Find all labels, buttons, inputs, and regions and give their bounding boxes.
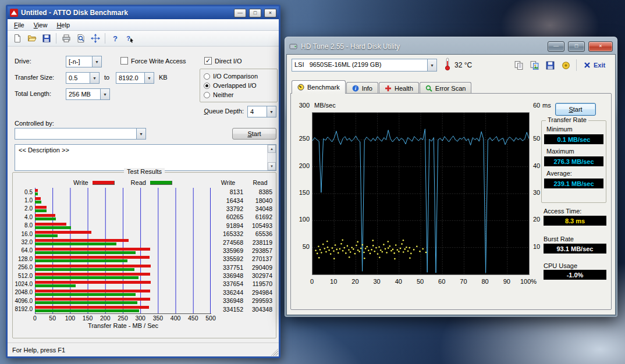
controlled-by-combobox[interactable]: ▼ (15, 128, 146, 140)
exit-button[interactable]: Exit (581, 59, 608, 71)
access-time-dot (388, 241, 389, 242)
hdtune-app-icon (289, 42, 297, 51)
menu-item-help[interactable]: Help (52, 20, 74, 30)
x-tick: 10 (330, 278, 337, 285)
minimize-button[interactable]: — (548, 41, 564, 52)
read-column-header: Read (246, 179, 275, 186)
hdtune-start-button[interactable]: Start (555, 103, 596, 116)
maximize-button[interactable]: □ (568, 41, 585, 52)
access-time-dot (374, 251, 376, 252)
transfer-size-from-value: 0.5 (66, 73, 90, 83)
access-time-dot (324, 248, 326, 249)
atto-category-label: 128.0 (13, 256, 35, 262)
about-button[interactable]: ? (108, 32, 122, 45)
tab-benchmark[interactable]: Benchmark (292, 80, 346, 94)
scroll-up-icon[interactable]: ▲ (268, 145, 276, 153)
transfer-size-to-combobox[interactable]: 8192.0 ▼ (116, 72, 154, 84)
chevron-down-icon[interactable]: ▼ (100, 89, 109, 99)
hdtune-titlebar[interactable]: HD Tune 2.55 - Hard Disk Utility — □ × (286, 38, 616, 54)
access-time-dot (379, 257, 381, 259)
maximize-button[interactable]: □ (249, 9, 261, 17)
transfer-rate-group: Transfer Rate Minimum 0.1 MB/sec Maximum… (541, 120, 606, 203)
hdtune-window: HD Tune 2.55 - Hard Disk Utility — □ × L… (285, 37, 617, 317)
transfer-size-from-combobox[interactable]: 0.5 ▼ (66, 72, 100, 84)
new-file-button[interactable] (10, 32, 24, 45)
atto-write-value: 335592 (211, 255, 246, 262)
queue-depth-combobox[interactable]: 4 ▼ (247, 106, 276, 117)
move-button[interactable] (88, 32, 102, 45)
atto-result-row: 8192.0334152304348 (13, 305, 276, 313)
chevron-down-icon[interactable]: ▼ (92, 56, 101, 67)
save-button[interactable] (40, 32, 53, 45)
close-button[interactable]: × (264, 9, 276, 17)
overlapped-io-radio[interactable] (204, 83, 210, 89)
help-icon: ? (111, 34, 120, 43)
io-comparison-option[interactable]: I/O Comparison (204, 72, 274, 81)
hdt-cpu-value: -1.0% (544, 270, 606, 280)
io-comparison-radio[interactable] (204, 73, 210, 80)
svg-text:?: ? (126, 35, 130, 42)
access-time-dot (404, 248, 406, 250)
options-button[interactable] (559, 58, 573, 72)
chevron-down-icon[interactable]: ▼ (136, 129, 145, 139)
tab-bar: Benchmark i Info Health Error Scan (292, 80, 471, 94)
force-write-access-checkbox[interactable] (120, 57, 128, 65)
copy-text-button[interactable] (512, 58, 525, 72)
chevron-down-icon[interactable]: ▼ (267, 106, 276, 117)
atto-read-value: 8385 (246, 188, 275, 195)
atto-titlebar[interactable]: Untitled - ATTO Disk Benchmark — □ × (8, 6, 279, 19)
tab-health[interactable]: Health (379, 82, 419, 94)
atto-x-tick: 450 (188, 315, 198, 322)
access-time-dot (345, 252, 347, 254)
copy-image-button[interactable] (527, 58, 541, 72)
context-help-button[interactable]: ? (123, 32, 136, 45)
thermometer-icon (444, 57, 451, 72)
atto-bar-area (35, 205, 211, 213)
close-button[interactable]: × (588, 41, 613, 52)
access-time-dot (366, 246, 368, 248)
access-time-dot (394, 258, 396, 260)
access-time-dot (425, 252, 427, 254)
scroll-down-icon[interactable]: ▼ (268, 162, 276, 170)
hdt-avg-value: 239.1 MB/sec (544, 179, 603, 188)
menu-item-file[interactable]: File (10, 20, 29, 30)
atto-bar-area (35, 213, 211, 221)
atto-result-row: 2048.0336244294984 (13, 288, 276, 297)
save-screenshot-button[interactable] (543, 58, 557, 72)
chevron-down-icon[interactable]: ▼ (427, 59, 436, 71)
print-preview-button[interactable] (74, 32, 87, 45)
atto-read-bar (35, 242, 116, 245)
error-scan-magnifier-icon (425, 85, 432, 92)
total-length-combobox[interactable]: 256 MB ▼ (66, 88, 110, 100)
direct-io-checkbox[interactable]: ✓ (204, 57, 212, 65)
atto-write-bar (35, 231, 91, 234)
description-scrollbar[interactable]: ▲ ▼ (267, 145, 276, 170)
access-time-dot (327, 247, 329, 248)
atto-write-bar (35, 223, 66, 226)
atto-write-bar (35, 281, 151, 284)
neither-option[interactable]: Neither (204, 90, 274, 99)
menu-item-view[interactable]: View (30, 20, 52, 30)
x-tick: 60 (438, 278, 445, 285)
overlapped-io-label: Overlapped I/O (213, 82, 257, 89)
access-time-dot (343, 247, 345, 249)
tab-error-scan[interactable]: Error Scan (420, 82, 472, 94)
atto-write-bar (35, 290, 150, 292)
chevron-down-icon[interactable]: ▼ (144, 73, 154, 83)
chevron-down-icon[interactable]: ▼ (90, 73, 99, 83)
tab-info[interactable]: i Info (346, 82, 378, 94)
drive-select-combobox[interactable]: LSI 9650SE-16ML (2199 GB) ▼ (292, 59, 437, 72)
minimize-button[interactable]: — (234, 9, 246, 17)
overlapped-io-option[interactable]: Overlapped I/O (204, 81, 274, 90)
resize-grip[interactable] (271, 348, 278, 356)
drive-combobox[interactable]: [-n-] ▼ (66, 56, 102, 67)
atto-read-bar (35, 201, 41, 204)
hdt-access-value: 8.3 ms (544, 216, 606, 226)
access-time-dot (362, 244, 364, 246)
neither-radio[interactable] (204, 92, 210, 98)
start-button[interactable]: Start (232, 128, 276, 140)
open-file-button[interactable] (25, 32, 38, 45)
print-button[interactable] (59, 32, 73, 45)
description-box[interactable]: << Description >> ▲ ▼ (15, 144, 276, 171)
tab-info-label: Info (362, 85, 372, 92)
